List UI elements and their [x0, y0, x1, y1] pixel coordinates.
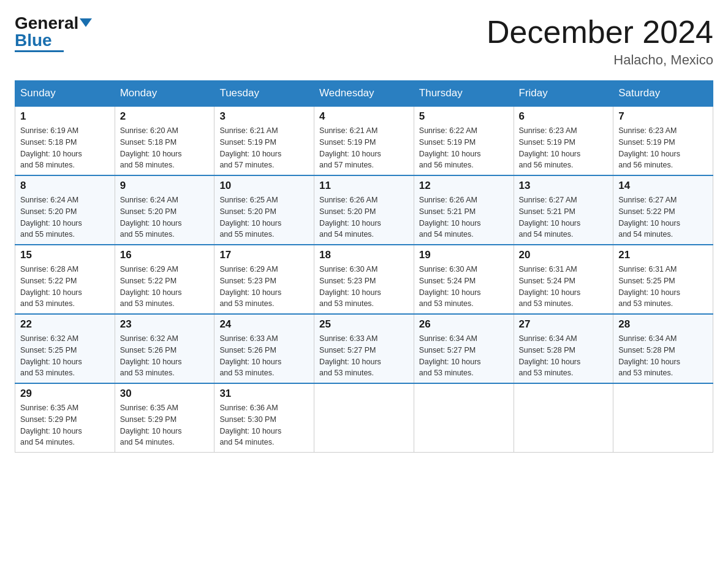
calendar-cell: 19Sunrise: 6:30 AMSunset: 5:24 PMDayligh…: [414, 245, 514, 314]
calendar-cell: 1Sunrise: 6:19 AMSunset: 5:18 PMDaylight…: [15, 106, 115, 175]
day-info: Sunrise: 6:20 AMSunset: 5:18 PMDaylight:…: [120, 125, 210, 171]
calendar-cell: 15Sunrise: 6:28 AMSunset: 5:22 PMDayligh…: [15, 245, 115, 314]
day-number: 21: [618, 249, 708, 261]
week-row-3: 15Sunrise: 6:28 AMSunset: 5:22 PMDayligh…: [15, 245, 713, 314]
day-info: Sunrise: 6:21 AMSunset: 5:19 PMDaylight:…: [319, 125, 409, 171]
day-info: Sunrise: 6:23 AMSunset: 5:19 PMDaylight:…: [519, 125, 609, 171]
day-number: 29: [20, 388, 110, 400]
calendar-cell: [314, 383, 414, 453]
day-info: Sunrise: 6:33 AMSunset: 5:27 PMDaylight:…: [319, 333, 409, 379]
day-number: 14: [618, 180, 708, 192]
day-info: Sunrise: 6:35 AMSunset: 5:29 PMDaylight:…: [120, 402, 210, 448]
day-number: 10: [219, 180, 309, 192]
day-number: 25: [319, 318, 409, 331]
day-number: 12: [419, 180, 509, 192]
day-number: 30: [120, 388, 210, 400]
calendar-cell: 28Sunrise: 6:34 AMSunset: 5:28 PMDayligh…: [613, 314, 713, 383]
day-info: Sunrise: 6:34 AMSunset: 5:28 PMDaylight:…: [618, 333, 708, 379]
day-number: 5: [419, 110, 509, 123]
calendar-cell: 17Sunrise: 6:29 AMSunset: 5:23 PMDayligh…: [214, 245, 314, 314]
calendar-cell: 5Sunrise: 6:22 AMSunset: 5:19 PMDaylight…: [414, 106, 514, 175]
day-number: 6: [519, 110, 609, 123]
day-info: Sunrise: 6:33 AMSunset: 5:26 PMDaylight:…: [219, 333, 309, 379]
column-header-monday: Monday: [115, 81, 214, 107]
column-header-friday: Friday: [514, 81, 613, 107]
day-number: 4: [319, 110, 409, 123]
calendar-table: SundayMondayTuesdayWednesdayThursdayFrid…: [15, 80, 713, 453]
location-subtitle: Halacho, Mexico: [487, 52, 713, 68]
calendar-cell: 11Sunrise: 6:26 AMSunset: 5:20 PMDayligh…: [314, 175, 414, 245]
week-row-4: 22Sunrise: 6:32 AMSunset: 5:25 PMDayligh…: [15, 314, 713, 383]
week-row-1: 1Sunrise: 6:19 AMSunset: 5:18 PMDaylight…: [15, 106, 713, 175]
day-info: Sunrise: 6:35 AMSunset: 5:29 PMDaylight:…: [20, 402, 110, 448]
day-info: Sunrise: 6:29 AMSunset: 5:23 PMDaylight:…: [219, 264, 309, 310]
day-info: Sunrise: 6:23 AMSunset: 5:19 PMDaylight:…: [618, 125, 708, 171]
calendar-cell: 25Sunrise: 6:33 AMSunset: 5:27 PMDayligh…: [314, 314, 414, 383]
day-info: Sunrise: 6:34 AMSunset: 5:28 PMDaylight:…: [519, 333, 609, 379]
calendar-cell: 29Sunrise: 6:35 AMSunset: 5:29 PMDayligh…: [15, 383, 115, 453]
day-number: 20: [519, 249, 609, 261]
day-info: Sunrise: 6:24 AMSunset: 5:20 PMDaylight:…: [120, 194, 210, 240]
day-number: 13: [519, 180, 609, 192]
day-number: 3: [219, 110, 309, 123]
column-header-sunday: Sunday: [15, 81, 115, 107]
column-header-saturday: Saturday: [613, 81, 713, 107]
calendar-cell: [514, 383, 613, 453]
calendar-cell: 22Sunrise: 6:32 AMSunset: 5:25 PMDayligh…: [15, 314, 115, 383]
day-info: Sunrise: 6:28 AMSunset: 5:22 PMDaylight:…: [20, 264, 110, 310]
logo-underline: [15, 50, 64, 52]
day-info: Sunrise: 6:31 AMSunset: 5:24 PMDaylight:…: [519, 264, 609, 310]
day-number: 18: [319, 249, 409, 261]
column-header-thursday: Thursday: [414, 81, 514, 107]
calendar-cell: 27Sunrise: 6:34 AMSunset: 5:28 PMDayligh…: [514, 314, 613, 383]
calendar-cell: 26Sunrise: 6:34 AMSunset: 5:27 PMDayligh…: [414, 314, 514, 383]
calendar-header-row: SundayMondayTuesdayWednesdayThursdayFrid…: [15, 81, 713, 107]
day-info: Sunrise: 6:29 AMSunset: 5:22 PMDaylight:…: [120, 264, 210, 310]
calendar-cell: 20Sunrise: 6:31 AMSunset: 5:24 PMDayligh…: [514, 245, 613, 314]
month-title: December 2024: [487, 15, 713, 50]
logo-general: General: [15, 13, 78, 33]
day-number: 26: [419, 318, 509, 331]
day-number: 22: [20, 318, 110, 331]
day-info: Sunrise: 6:32 AMSunset: 5:25 PMDaylight:…: [20, 333, 110, 379]
calendar-cell: 4Sunrise: 6:21 AMSunset: 5:19 PMDaylight…: [314, 106, 414, 175]
calendar-cell: 10Sunrise: 6:25 AMSunset: 5:20 PMDayligh…: [214, 175, 314, 245]
day-info: Sunrise: 6:22 AMSunset: 5:19 PMDaylight:…: [419, 125, 509, 171]
calendar-cell: 8Sunrise: 6:24 AMSunset: 5:20 PMDaylight…: [15, 175, 115, 245]
calendar-cell: 13Sunrise: 6:27 AMSunset: 5:21 PMDayligh…: [514, 175, 613, 245]
calendar-cell: 12Sunrise: 6:26 AMSunset: 5:21 PMDayligh…: [414, 175, 514, 245]
day-info: Sunrise: 6:26 AMSunset: 5:21 PMDaylight:…: [419, 194, 509, 240]
day-info: Sunrise: 6:30 AMSunset: 5:24 PMDaylight:…: [419, 264, 509, 310]
day-info: Sunrise: 6:21 AMSunset: 5:19 PMDaylight:…: [219, 125, 309, 171]
calendar-cell: 6Sunrise: 6:23 AMSunset: 5:19 PMDaylight…: [514, 106, 613, 175]
day-number: 11: [319, 180, 409, 192]
day-number: 2: [120, 110, 210, 123]
calendar-cell: 30Sunrise: 6:35 AMSunset: 5:29 PMDayligh…: [115, 383, 214, 453]
day-number: 7: [618, 110, 708, 123]
day-number: 15: [20, 249, 110, 261]
day-number: 1: [20, 110, 110, 123]
calendar-cell: 14Sunrise: 6:27 AMSunset: 5:22 PMDayligh…: [613, 175, 713, 245]
day-number: 17: [219, 249, 309, 261]
day-info: Sunrise: 6:27 AMSunset: 5:21 PMDaylight:…: [519, 194, 609, 240]
calendar-cell: 31Sunrise: 6:36 AMSunset: 5:30 PMDayligh…: [214, 383, 314, 453]
calendar-cell: 9Sunrise: 6:24 AMSunset: 5:20 PMDaylight…: [115, 175, 214, 245]
week-row-5: 29Sunrise: 6:35 AMSunset: 5:29 PMDayligh…: [15, 383, 713, 453]
day-number: 31: [219, 388, 309, 400]
day-info: Sunrise: 6:25 AMSunset: 5:20 PMDaylight:…: [219, 194, 309, 240]
day-info: Sunrise: 6:30 AMSunset: 5:23 PMDaylight:…: [319, 264, 409, 310]
calendar-cell: 16Sunrise: 6:29 AMSunset: 5:22 PMDayligh…: [115, 245, 214, 314]
calendar-cell: 21Sunrise: 6:31 AMSunset: 5:25 PMDayligh…: [613, 245, 713, 314]
day-number: 9: [120, 180, 210, 192]
calendar-cell: 2Sunrise: 6:20 AMSunset: 5:18 PMDaylight…: [115, 106, 214, 175]
column-header-tuesday: Tuesday: [214, 81, 314, 107]
calendar-cell: 23Sunrise: 6:32 AMSunset: 5:26 PMDayligh…: [115, 314, 214, 383]
logo-blue: Blue: [15, 31, 52, 50]
calendar-cell: [613, 383, 713, 453]
day-number: 24: [219, 318, 309, 331]
logo-triangle-icon: [80, 18, 92, 27]
logo: General Blue: [15, 15, 92, 52]
page-header: General Blue December 2024 Halacho, Mexi…: [15, 15, 713, 68]
day-info: Sunrise: 6:36 AMSunset: 5:30 PMDaylight:…: [219, 402, 309, 448]
calendar-cell: 7Sunrise: 6:23 AMSunset: 5:19 PMDaylight…: [613, 106, 713, 175]
